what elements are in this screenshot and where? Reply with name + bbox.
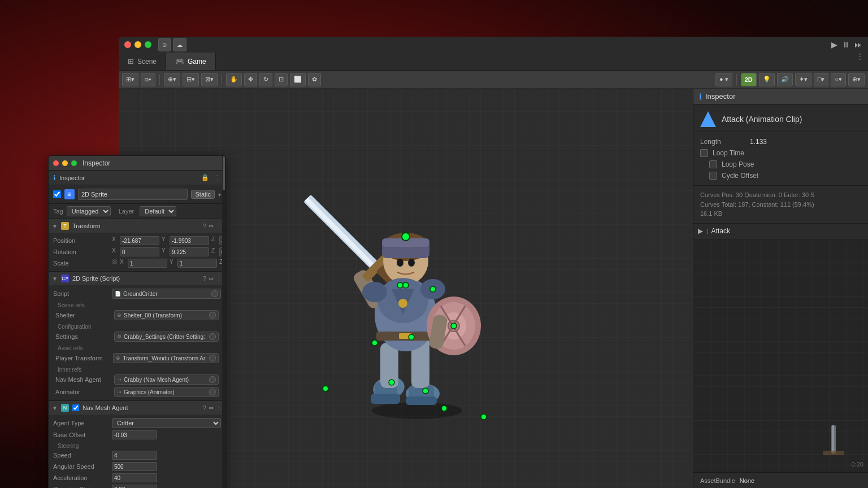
left-min-btn[interactable] (62, 160, 68, 166)
script-header[interactable]: ▼ C# 2D Sprite (Script) ? ⇔ ⋮ (49, 272, 225, 285)
rotation-x-input[interactable] (120, 247, 159, 256)
fx-btn[interactable]: ✦▾ (795, 73, 811, 86)
left-close-btn[interactable] (53, 160, 59, 166)
transform-expand-btn[interactable]: ⇔ (209, 223, 214, 230)
script-actions: ? ⇔ ⋮ (203, 275, 222, 282)
tag-label: Tag (53, 208, 63, 215)
move2-tool[interactable]: ✥ (244, 73, 257, 86)
angular-speed-input[interactable] (112, 462, 157, 471)
title-bar: ⊙ ☁ ▶ ⏸ ⏭ (119, 37, 868, 53)
shelter-picker-btn[interactable] (209, 312, 216, 319)
settings-text: Crabby_Settings (Critter Setting: (124, 334, 207, 340)
nav-mesh-picker-btn[interactable] (209, 376, 216, 383)
audio-btn[interactable]: 🔊 (777, 73, 793, 86)
player-transform-picker-btn[interactable] (209, 355, 216, 361)
object-name-input[interactable] (78, 189, 188, 200)
2d-button[interactable]: 2D (741, 73, 757, 86)
main-content: ℹ Inspector Attack (Animation Clip) Leng… (119, 89, 868, 488)
asset-bundle-label: AssetBundle (700, 477, 735, 484)
agent-type-select[interactable]: Critter (112, 418, 221, 428)
rect-tool[interactable]: ⊟▾ (183, 73, 199, 86)
settings-picker-btn[interactable] (209, 333, 216, 340)
nav-mesh-help-btn[interactable]: ? (203, 404, 206, 412)
loop-pose-checkbox[interactable] (709, 160, 717, 168)
cycle-offset-checkbox[interactable] (709, 172, 717, 180)
game-tab[interactable]: 🎮 Game (166, 53, 216, 70)
animator-picker-btn[interactable] (209, 389, 216, 395)
hand-tool[interactable]: ✋ (226, 73, 242, 86)
gizmos-menu[interactable]: ● ▾ (715, 73, 732, 86)
transform-actions: ? ⇔ ⋮ (203, 223, 222, 230)
bone-handle-b2[interactable] (480, 413, 487, 420)
object-active-checkbox[interactable] (53, 190, 61, 198)
transform-menu-btn[interactable]: ⋮ (216, 223, 222, 230)
left-inspector-icon: ℹ (53, 174, 56, 182)
nav-mesh-menu-btn[interactable]: ⋮ (216, 404, 222, 412)
tab-menu-btn[interactable]: ⋮ (852, 53, 868, 70)
rotation-values: X Y Z (112, 247, 226, 256)
inspector-icon: ℹ (699, 92, 702, 101)
custom-tool[interactable]: ✿ (308, 73, 321, 86)
layer-select[interactable]: Default (140, 206, 176, 216)
nav-mesh-header[interactable]: ▼ N Nav Mesh Agent ? ⇔ ⋮ (49, 401, 225, 415)
lock-icon[interactable]: 🔒 (201, 174, 209, 181)
loop-time-checkbox[interactable] (700, 149, 708, 157)
minimize-button[interactable] (134, 41, 141, 48)
script-help-btn[interactable]: ? (203, 275, 206, 282)
scrollbar[interactable] (222, 156, 225, 488)
transform-header[interactable]: ▼ T Transform ? ⇔ ⋮ (49, 219, 225, 233)
pos-z-label: Z (211, 236, 217, 245)
aspect-ratio[interactable]: ○▾ (831, 73, 846, 86)
overlay-btn[interactable]: ⊕▾ (848, 73, 865, 86)
player-transform-label: Player Transform (55, 355, 111, 361)
render-mode[interactable]: □▾ (814, 73, 829, 86)
script-picker-btn[interactable] (211, 290, 218, 297)
scale-y-input[interactable] (177, 259, 217, 268)
nav-mesh-active-checkbox[interactable] (72, 404, 79, 411)
bone-handle-b1[interactable] (441, 405, 448, 412)
scroll-thumb[interactable] (223, 156, 225, 190)
loop-time-row: Loop Time (700, 149, 861, 157)
scale-tool[interactable]: ⊠▾ (201, 73, 218, 86)
sep2 (222, 74, 222, 85)
transform-help-btn[interactable]: ? (203, 223, 206, 230)
rotation-y-input[interactable] (170, 247, 209, 256)
fitview-tool[interactable]: ⊡ (275, 73, 288, 86)
transform-tool[interactable]: ⊕▾ (164, 73, 180, 86)
move-tool[interactable]: ⊞▾ (122, 73, 138, 86)
stopping-distance-input[interactable] (112, 485, 157, 488)
script-expand-btn[interactable]: ⇔ (209, 275, 214, 282)
cloud-btn[interactable]: ☁ (173, 38, 186, 51)
rect2-tool[interactable]: ⬜ (290, 73, 306, 86)
bone-handle-bl[interactable] (322, 385, 329, 392)
close-button[interactable] (124, 41, 131, 48)
scene-tab[interactable]: ⊞ Scene (119, 53, 166, 70)
maximize-button[interactable] (145, 41, 151, 48)
lighting-btn[interactable]: 💡 (759, 73, 775, 86)
scale-x-input[interactable] (128, 259, 167, 268)
rotate-tool[interactable]: ↻ (259, 73, 272, 86)
svg-point-35 (397, 282, 403, 288)
base-offset-input[interactable] (112, 430, 157, 439)
svg-rect-45 (832, 425, 834, 454)
more-options-icon[interactable]: ⋮ (215, 174, 221, 181)
left-max-btn[interactable] (71, 160, 77, 166)
position-y-input[interactable] (170, 236, 209, 245)
speed-input[interactable] (112, 451, 157, 460)
script-value-text: GroundCritter (123, 291, 209, 297)
script-menu-btn[interactable]: ⋮ (216, 275, 222, 282)
anim-play-button[interactable]: ▶ (698, 227, 703, 235)
static-dropdown-arrow[interactable]: ▾ (218, 191, 221, 198)
account-btn[interactable]: ⊙ (158, 38, 171, 51)
curves-size-text: 16.1 KB (700, 209, 861, 219)
play-button[interactable]: ▶ (831, 40, 837, 49)
position-x-input[interactable] (120, 236, 159, 245)
snap-tool[interactable]: ⧈▾ (141, 73, 155, 86)
pause-button[interactable]: ⏸ (842, 40, 850, 49)
tag-select[interactable]: Untagged (67, 206, 111, 216)
agent-type-row: Agent Type Critter (53, 417, 221, 429)
svg-point-36 (430, 286, 436, 292)
acceleration-input[interactable] (112, 473, 157, 482)
nav-mesh-expand-btn[interactable]: ⇔ (209, 404, 214, 412)
step-button[interactable]: ⏭ (854, 40, 862, 49)
